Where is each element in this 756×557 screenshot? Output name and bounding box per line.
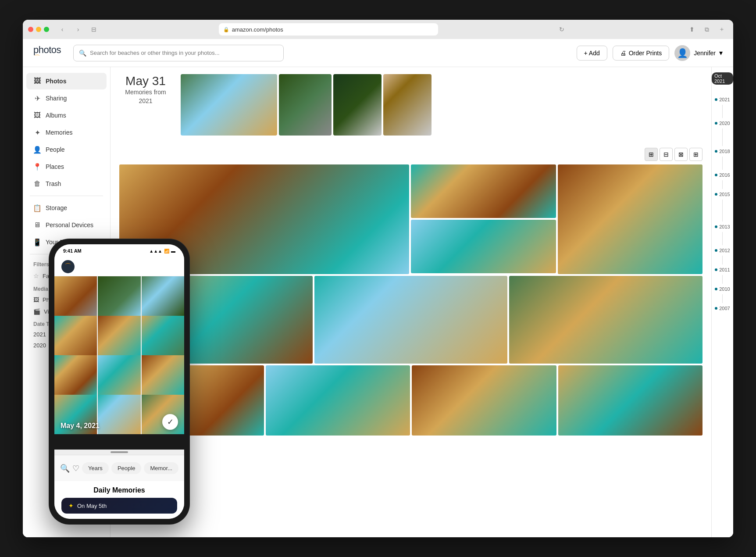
phone-photo-cell-2[interactable] bbox=[98, 276, 140, 316]
phone-heart-icon[interactable]: ♡ bbox=[72, 464, 79, 473]
people-pill[interactable]: People bbox=[111, 462, 141, 474]
memories-photos bbox=[181, 74, 703, 136]
memories-photo-3[interactable] bbox=[333, 74, 382, 136]
back-button[interactable]: ‹ bbox=[56, 23, 68, 36]
sidebar-item-sharing[interactable]: ✈ Sharing bbox=[26, 90, 107, 107]
grid-controls: ⊞ ⊟ ⊠ ⊞ bbox=[111, 144, 711, 164]
phone-date-overlay: May 4, 2021 bbox=[61, 422, 100, 430]
sidebar-item-trash[interactable]: 🗑 Trash bbox=[26, 175, 107, 192]
add-button[interactable]: + Add bbox=[577, 46, 607, 61]
photo-col bbox=[411, 164, 556, 274]
battery-icon: ▬ bbox=[171, 249, 175, 254]
grid-large-button[interactable]: ⊞ bbox=[645, 148, 658, 161]
sidebar-item-photos[interactable]: 🖼 Photos bbox=[26, 73, 107, 89]
photo-cell-9[interactable] bbox=[266, 365, 410, 436]
tab-overview-button[interactable]: ⧉ bbox=[701, 23, 713, 36]
grid-small-button[interactable]: ⊠ bbox=[674, 148, 688, 161]
address-bar[interactable]: 🔒 amazon.com/photos bbox=[219, 23, 438, 36]
close-button[interactable] bbox=[28, 27, 33, 32]
timeline-year-2010[interactable]: 2010 bbox=[715, 285, 730, 293]
sidebar-item-label: Albums bbox=[46, 112, 66, 119]
memories-day: May 31 bbox=[119, 74, 172, 88]
search-bar[interactable]: 🔍 bbox=[73, 45, 284, 61]
photo-cell-7[interactable] bbox=[509, 276, 703, 364]
phone-photo-cell-7[interactable] bbox=[54, 355, 97, 395]
trash-icon: 🗑 bbox=[33, 180, 41, 188]
photo-cell-4[interactable] bbox=[558, 164, 703, 274]
forward-button[interactable]: › bbox=[72, 23, 84, 36]
years-pill[interactable]: Years bbox=[82, 462, 109, 474]
share-button[interactable]: ⬆ bbox=[686, 23, 698, 36]
timeline-year-2012[interactable]: 2012 bbox=[715, 246, 730, 255]
photo-cell-3[interactable] bbox=[411, 220, 556, 273]
search-input[interactable] bbox=[90, 50, 278, 56]
sidebar-item-label: Trash bbox=[46, 180, 61, 187]
phone-photo-cell-5[interactable] bbox=[98, 316, 140, 355]
phone-photo-cell-1[interactable] bbox=[54, 276, 97, 316]
sidebar-item-label: People bbox=[46, 146, 65, 153]
timeline-dot bbox=[715, 288, 717, 290]
sidebar-item-label: Sharing bbox=[46, 95, 67, 102]
traffic-lights bbox=[28, 27, 49, 32]
timeline-year-2018[interactable]: 2018 bbox=[715, 147, 730, 156]
photo-cell-11[interactable] bbox=[558, 365, 703, 436]
phone-photo-cell-8[interactable] bbox=[98, 355, 140, 395]
timeline-year-2013[interactable]: 2013 bbox=[715, 222, 730, 231]
timeline-year-2007[interactable]: 2007 bbox=[715, 304, 730, 313]
grid-list-button[interactable]: ⊞ bbox=[689, 148, 703, 161]
sidebar-item-storage[interactable]: 📋 Storage bbox=[26, 200, 107, 216]
memories-photo-1[interactable] bbox=[181, 74, 277, 136]
phone-photo-cell-9[interactable] bbox=[142, 355, 184, 395]
timeline-year-2011[interactable]: 2011 bbox=[715, 265, 730, 274]
timeline-year-2020[interactable]: 2020 bbox=[715, 119, 730, 128]
phone-photo-cell-3[interactable] bbox=[142, 276, 184, 316]
scroll-bar bbox=[111, 451, 128, 453]
memories-photo-2[interactable] bbox=[279, 74, 332, 136]
reload-button[interactable]: ↻ bbox=[556, 24, 567, 35]
photo-area[interactable]: May 31 Memories from 2021 bbox=[111, 67, 711, 537]
minimize-button[interactable] bbox=[36, 27, 41, 32]
memories-header: May 31 Memories from 2021 bbox=[119, 74, 703, 136]
memories-date: May 31 Memories from 2021 bbox=[119, 74, 172, 105]
signal-icon: ▲▲▲ bbox=[149, 249, 162, 254]
order-prints-button[interactable]: 🖨 Order Prints bbox=[613, 46, 669, 61]
user-menu[interactable]: 👤 Jennifer ▾ bbox=[674, 45, 723, 61]
memories-pill[interactable]: Memor... bbox=[144, 462, 178, 474]
phone-photo-cell-4[interactable] bbox=[54, 316, 97, 355]
timeline-year-2021[interactable]: 2021 bbox=[715, 95, 730, 104]
memories-photo-4[interactable] bbox=[383, 74, 431, 136]
storage-icon: 📋 bbox=[33, 204, 41, 212]
sidebar-item-albums[interactable]: 🖼 Albums bbox=[26, 107, 107, 124]
new-tab-button[interactable]: ＋ bbox=[716, 23, 728, 36]
photo-cell-6[interactable] bbox=[314, 276, 508, 364]
sidebar-item-memories[interactable]: ✦ Memories bbox=[26, 124, 107, 141]
sidebar-toggle-button[interactable]: ⊟ bbox=[88, 23, 100, 36]
sidebar-item-places[interactable]: 📍 Places bbox=[26, 158, 107, 175]
add-label: + Add bbox=[584, 50, 600, 57]
app-header: photos ⌒ 🔍 + Add 🖨 Order Prints 👤 J bbox=[23, 39, 733, 67]
phone-search-icon[interactable]: 🔍 bbox=[60, 464, 70, 473]
phone-photo-cell-12[interactable] bbox=[142, 395, 184, 434]
timeline-dot bbox=[715, 225, 717, 228]
photo-cell-10[interactable] bbox=[412, 365, 556, 436]
photo-cell-2[interactable] bbox=[411, 164, 556, 218]
fullscreen-button[interactable] bbox=[44, 27, 49, 32]
sidebar-item-people[interactable]: 👤 People bbox=[26, 141, 107, 158]
sidebar-item-label: Photos bbox=[46, 78, 66, 85]
timeline-dot bbox=[715, 174, 717, 176]
albums-icon: 🖼 bbox=[33, 111, 41, 119]
sidebar-item-personal-devices[interactable]: 🖥 Personal Devices bbox=[26, 217, 107, 233]
memories-section: May 31 Memories from 2021 bbox=[111, 67, 711, 144]
timeline-year-2015[interactable]: 2015 bbox=[715, 190, 730, 199]
phone-photo-cell-11[interactable] bbox=[98, 395, 140, 434]
sharing-icon: ✈ bbox=[33, 94, 41, 102]
grid-medium-button[interactable]: ⊟ bbox=[660, 148, 673, 161]
amazon-arrow-icon: ⌒ bbox=[34, 54, 40, 62]
phone-photo-cell-6[interactable] bbox=[142, 316, 184, 355]
photo-media-icon: 🖼 bbox=[33, 296, 39, 303]
photo-row-2 bbox=[119, 276, 703, 364]
phone-check-button[interactable]: ✓ bbox=[162, 414, 178, 430]
timeline-dot bbox=[715, 249, 717, 252]
on-may-banner[interactable]: ✦ On May 5th bbox=[61, 498, 177, 514]
timeline-year-2016[interactable]: 2016 bbox=[715, 171, 730, 179]
